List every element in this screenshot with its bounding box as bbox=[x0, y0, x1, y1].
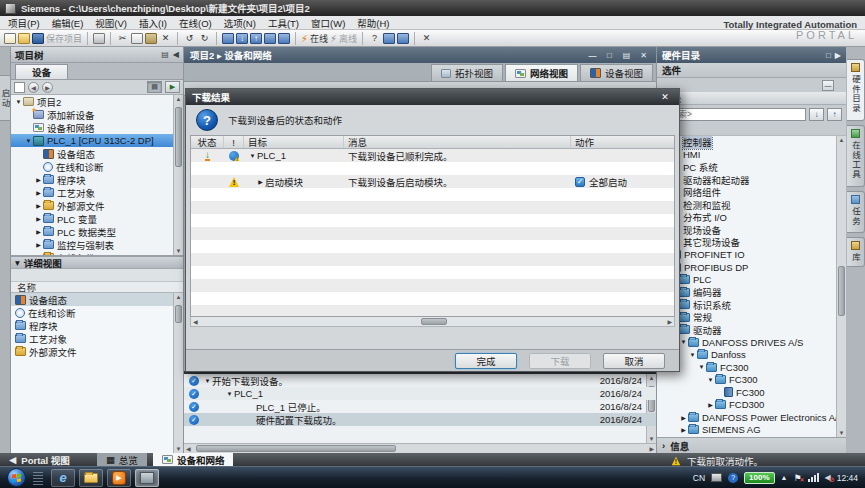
open-project-icon[interactable] bbox=[18, 33, 30, 44]
project-tree-scrollbar[interactable]: ▲ ▼ bbox=[173, 95, 183, 255]
action-center-icon[interactable]: ⚑ bbox=[793, 473, 801, 483]
menu-item-7[interactable]: 窗口(W) bbox=[305, 16, 351, 30]
paste-icon[interactable] bbox=[145, 33, 157, 44]
scroll-down-icon[interactable]: ▼ bbox=[174, 446, 183, 452]
tree-item[interactable]: ▶PLC 变量 bbox=[11, 212, 183, 225]
catalog-item[interactable]: ▶SIEMENS AG bbox=[657, 424, 846, 437]
stop-cpu-icon[interactable] bbox=[278, 33, 290, 44]
start-button[interactable] bbox=[7, 468, 26, 487]
detail-view-header[interactable]: ▾ 详细视图 bbox=[11, 256, 183, 269]
battery-indicator[interactable]: 100% bbox=[744, 472, 774, 484]
arrow-down-icon[interactable]: ▼ bbox=[706, 377, 715, 383]
compile-icon[interactable] bbox=[222, 33, 234, 44]
back-icon[interactable]: ◀ bbox=[28, 82, 39, 93]
scroll-right-icon[interactable]: ▶ bbox=[649, 445, 654, 452]
arrow-down-icon[interactable]: ▼ bbox=[24, 138, 33, 144]
catalog-item[interactable]: ▶标识系统 bbox=[657, 299, 846, 312]
volume-muted-icon[interactable]: ◀ bbox=[825, 473, 831, 482]
tab-hardware-catalog[interactable]: 硬件目录 bbox=[847, 59, 865, 121]
arrow-right-icon[interactable]: ▶ bbox=[34, 215, 43, 222]
scroll-up-icon[interactable]: ▲ bbox=[174, 294, 183, 300]
tray-expand-icon[interactable]: ▲ bbox=[781, 474, 788, 481]
catalog-item[interactable]: HMI bbox=[657, 149, 846, 162]
keyboard-icon[interactable] bbox=[711, 473, 722, 482]
taskbar-tia-button[interactable] bbox=[135, 469, 159, 487]
tree-item[interactable]: ▶监控与强制表 bbox=[11, 238, 183, 251]
catalog-item[interactable]: ▼DANFOSS DRIVES A/S bbox=[657, 336, 846, 349]
show-diagnostics-icon[interactable] bbox=[383, 33, 395, 44]
tab-libraries[interactable]: 库 bbox=[847, 237, 865, 267]
tab-devices[interactable]: 设备 bbox=[15, 64, 68, 79]
clock[interactable]: 12:44 bbox=[837, 473, 858, 483]
go-online-button[interactable]: ⚡在线 bbox=[301, 31, 328, 45]
catalog-item[interactable]: 控制器 bbox=[657, 136, 846, 149]
delete-button[interactable]: ✕ bbox=[159, 31, 172, 45]
vertical-scrollbar-thumb[interactable] bbox=[838, 266, 845, 316]
tree-item[interactable]: ▶在线备份 bbox=[11, 251, 183, 256]
catalog-item[interactable]: PROFIBUS DP bbox=[657, 261, 846, 274]
view-tab-1[interactable]: 网络视图 bbox=[505, 64, 578, 81]
vertical-scrollbar-thumb[interactable] bbox=[175, 305, 182, 323]
catalog-item[interactable]: 现场设备 bbox=[657, 224, 846, 237]
tree-item[interactable]: ▶PLC 数据类型 bbox=[11, 225, 183, 238]
catalog-item[interactable]: PROFINET IO bbox=[657, 249, 846, 262]
view-tab-0[interactable]: 拓扑视图 bbox=[431, 64, 503, 81]
cut-button[interactable]: ✂ bbox=[116, 31, 129, 45]
scroll-up-icon[interactable]: ▲ bbox=[174, 96, 183, 102]
scroll-right-icon[interactable]: ▶ bbox=[667, 318, 672, 325]
float-panel-icon[interactable]: □ bbox=[826, 51, 831, 60]
catalog-item[interactable]: 其它现场设备 bbox=[657, 236, 846, 249]
catalog-item[interactable]: FC300 bbox=[657, 386, 846, 399]
panes-icon[interactable]: ▤ bbox=[620, 51, 633, 60]
tree-item[interactable]: ▶程序块 bbox=[11, 173, 183, 186]
detail-row[interactable]: 工艺对象 bbox=[11, 332, 183, 345]
help-button[interactable]: ? bbox=[368, 31, 381, 45]
language-indicator[interactable]: CN bbox=[693, 473, 705, 483]
start-cpu-icon[interactable] bbox=[264, 33, 276, 44]
menu-item-5[interactable]: 选项(N) bbox=[218, 16, 262, 30]
save-project-button[interactable]: 保存项目 bbox=[32, 31, 82, 45]
menu-item-1[interactable]: 编辑(E) bbox=[46, 16, 90, 30]
scroll-down-icon[interactable]: ▼ bbox=[174, 248, 183, 254]
cancel-button[interactable]: 取消 bbox=[603, 353, 665, 369]
undo-button[interactable]: ↺ bbox=[183, 31, 196, 45]
arrow-down-icon[interactable]: ▼ bbox=[697, 364, 706, 370]
arrow-right-icon[interactable]: ▶ bbox=[34, 176, 43, 183]
detail-row[interactable]: 外部源文件 bbox=[11, 345, 183, 358]
expand-panel-icon[interactable]: ▶ bbox=[835, 51, 841, 60]
message-row[interactable]: ✓▼PLC_12016/8/24 bbox=[184, 387, 656, 400]
menu-item-2[interactable]: 视图(V) bbox=[89, 16, 133, 30]
scroll-left-icon[interactable]: ◀ bbox=[193, 318, 198, 325]
horizontal-scrollbar-thumb[interactable] bbox=[196, 445, 396, 452]
menu-item-0[interactable]: 项目(P) bbox=[2, 16, 46, 30]
horizontal-scrollbar-thumb[interactable] bbox=[421, 318, 447, 325]
arrow-right-icon[interactable]: ▶ bbox=[34, 202, 43, 209]
expander-icon[interactable]: ▼ bbox=[248, 153, 257, 159]
start-all-checkbox[interactable]: ✓ bbox=[575, 177, 585, 187]
help-tray-icon[interactable]: ? bbox=[728, 473, 738, 483]
network-signal-icon[interactable] bbox=[808, 473, 819, 482]
catalog-item[interactable]: ▶编码器 bbox=[657, 286, 846, 299]
close-editor-icon[interactable]: ✕ bbox=[637, 51, 650, 60]
options-section-header[interactable]: 选件 bbox=[657, 63, 846, 78]
arrow-right-icon[interactable]: ▶ bbox=[679, 414, 688, 421]
message-row[interactable]: ✓硬件配置下载成功。2016/8/24 bbox=[184, 413, 656, 426]
collapse-options-icon[interactable]: — bbox=[822, 80, 834, 91]
scroll-left-icon[interactable]: ◀ bbox=[186, 445, 191, 452]
arrow-right-icon[interactable]: ▶ bbox=[679, 426, 688, 433]
tab-online-tools[interactable]: 在线工具 bbox=[847, 125, 865, 187]
scroll-down-icon[interactable]: ▼ bbox=[837, 430, 846, 436]
column-view-toggle-icon[interactable]: ▤ bbox=[147, 81, 162, 93]
expander-icon[interactable]: ▶ bbox=[256, 178, 265, 185]
redo-button[interactable]: ↻ bbox=[198, 31, 211, 45]
menu-item-4[interactable]: 在线(O) bbox=[173, 16, 218, 30]
breadcrumb[interactable]: 项目2 ▸ 设备和网络 bbox=[190, 48, 272, 62]
restore-icon[interactable]: □ bbox=[603, 51, 616, 60]
upload-from-device-icon[interactable]: ↑ bbox=[250, 33, 262, 44]
vertical-scrollbar-thumb[interactable] bbox=[175, 107, 182, 167]
tree-item[interactable]: ▶工艺对象 bbox=[11, 186, 183, 199]
devices-networks-tab[interactable]: 设备和网络 bbox=[153, 453, 234, 466]
collapse-panel-icon[interactable]: ◀ bbox=[173, 50, 179, 59]
go-offline-button[interactable]: ⚡离线 bbox=[330, 31, 357, 45]
catalog-item[interactable]: ▶常规 bbox=[657, 311, 846, 324]
